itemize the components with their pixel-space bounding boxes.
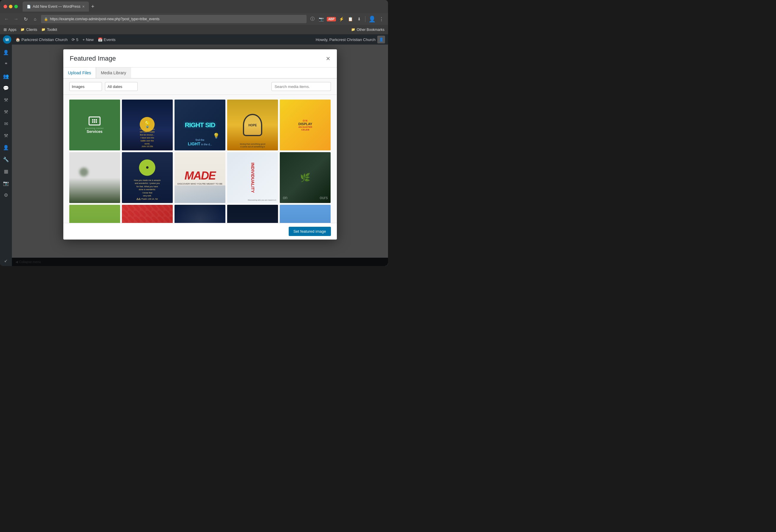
url-text: https://example.com/wp-admin/post-new.ph… (50, 17, 160, 21)
sidebar-item-chat[interactable]: 💬 (1, 83, 11, 93)
sidebar-item-settings[interactable]: ⚙ (1, 190, 11, 200)
other-bookmarks[interactable]: 📁 Other Bookmarks (351, 28, 384, 32)
media-item[interactable]: 🌿 ours on (280, 152, 331, 203)
wp-sidebar: 👤 ❝ 👥 💬 ⚒ ⚒ ✉ ⚒ 👤 🔧 ▦ 📷 ⚙ ↙ (0, 45, 12, 266)
media-library-tab[interactable]: Media Library (96, 67, 131, 78)
plant-element: 🌿 (300, 173, 311, 183)
service-bg-pattern (122, 205, 173, 223)
services-brand: Services (86, 129, 103, 134)
right-side-text: RIGHT SID (185, 121, 215, 129)
house-icon: 🏠 (15, 37, 20, 42)
events-label: Events (104, 37, 116, 42)
upload-files-tab[interactable]: Upload Files (63, 67, 96, 78)
new-label: + New (83, 37, 93, 42)
forward-button[interactable]: → (12, 16, 20, 22)
sidebar-item-user[interactable]: 👤 (1, 142, 11, 153)
modal-body: planning center Services 💡 In this world… (63, 95, 337, 223)
modal-footer: Set featured image (63, 223, 337, 240)
download-icon[interactable]: ⬇ (356, 17, 363, 21)
services-icon (88, 116, 101, 125)
media-item[interactable]: INDIVIDUALITY Discovering who you are me… (227, 152, 278, 203)
close-button[interactable] (4, 5, 7, 8)
wp-admin-bar: W 🏠 Parkcrest Christian Church ⟳ 5 + New… (0, 34, 388, 45)
modal-close-button[interactable]: × (326, 55, 330, 62)
minimize-button[interactable] (9, 5, 12, 8)
home-button[interactable]: ⌂ (31, 17, 39, 21)
media-item[interactable]: HOPE lieving that something goodn come o… (227, 99, 278, 151)
media-item[interactable]: RIGHT SID find theLIGHT in the d... 💡 (175, 99, 225, 151)
wp-logo[interactable]: W (3, 35, 11, 44)
sidebar-item-mail[interactable]: ✉ (1, 118, 11, 129)
sidebar-item-tools2[interactable]: ⚒ (1, 106, 11, 117)
note-icon[interactable]: 📋 (347, 17, 354, 21)
wp-site-name[interactable]: 🏠 Parkcrest Christian Church (15, 37, 67, 42)
sidebar-item-grid[interactable]: ▦ (1, 166, 11, 177)
modal-overlay: Featured Image × Upload Files Media Libr… (12, 45, 388, 266)
media-item[interactable]: 💡 In this world youwill have troubleBut … (122, 99, 173, 151)
back-button[interactable]: ← (3, 16, 10, 22)
right-side-sub: find theLIGHT in the d... (188, 139, 212, 146)
clients-bookmark[interactable]: 📁 Clients (20, 28, 37, 32)
made-subtitle: DISCOVER WHO YOU'RE MEANT TO BE (178, 183, 223, 186)
media-item[interactable]: Jesus sat down and called for thetwelve … (227, 205, 278, 223)
browser-tab[interactable]: 📄 Add New Event — WordPress × (23, 1, 89, 12)
easter-text: ON DISPLAY AN EASTERCELEB (299, 119, 313, 131)
browser-window: 📄 Add New Event — WordPress × + ← → ↻ ⌂ … (0, 0, 388, 266)
address-bar[interactable]: 🔒 https://example.com/wp-admin/post-new.… (41, 15, 307, 23)
toolkit-label: Toolkit (47, 28, 57, 32)
wp-events[interactable]: 📅 Events (98, 37, 116, 42)
media-item[interactable]: How you made me is amazinand wonderful. … (122, 152, 173, 203)
events-icon: 📅 (98, 37, 103, 42)
sidebar-item-wrench[interactable]: 🔧 (1, 154, 11, 165)
sidebar-item-collapse[interactable]: ↙ (1, 255, 11, 266)
wp-avatar[interactable]: 👤 (377, 36, 385, 43)
modal-tabs-row: Upload Files Media Library (63, 67, 337, 78)
clients-label: Clients (26, 28, 37, 32)
new-tab-button[interactable]: + (91, 4, 94, 10)
date-filter[interactable]: All dates (105, 82, 138, 91)
wp-new[interactable]: + New (83, 37, 93, 42)
lock-icon: 🔒 (44, 17, 48, 21)
abp-badge[interactable]: ABP (327, 17, 336, 21)
other-label: Other Bookmarks (357, 28, 384, 32)
media-search-input[interactable] (271, 82, 331, 91)
modal-header: Featured Image × (63, 49, 337, 67)
sidebar-item-tools1[interactable]: ⚒ (1, 94, 11, 105)
tab-title: Add New Event — WordPress (33, 4, 80, 9)
sidebar-item-team[interactable]: 👥 (1, 71, 11, 81)
toolkit-bookmark[interactable]: 📁 Toolkit (41, 28, 57, 32)
media-item[interactable]: Always OPEN (175, 205, 225, 223)
media-item[interactable] (69, 152, 120, 203)
set-featured-image-button[interactable]: Set featured image (289, 227, 331, 236)
profile-icon[interactable]: 👤 (368, 15, 376, 23)
media-type-filter[interactable]: Images (69, 82, 102, 91)
lightning-icon[interactable]: ⚡ (338, 17, 345, 21)
sidebar-item-camera[interactable]: 📷 (1, 178, 11, 189)
browser-toolbar: ← → ↻ ⌂ 🔒 https://example.com/wp-admin/p… (0, 13, 388, 25)
media-item[interactable]: planning center Services (69, 99, 120, 151)
site-name-text: Parkcrest Christian Church (21, 37, 67, 42)
tab-close-icon[interactable]: × (82, 4, 85, 9)
tab-favicon: 📄 (27, 5, 31, 9)
sidebar-item-quotes[interactable]: ❝ (1, 59, 11, 69)
toolkit-folder-icon: 📁 (41, 28, 45, 31)
modal-toolbar: Images All dates (63, 78, 337, 95)
media-item[interactable]: 🔥 (280, 205, 331, 223)
wp-content: Featured Image × Upload Files Media Libr… (12, 45, 388, 266)
camera-icon[interactable]: 📷 (318, 17, 325, 21)
sidebar-item-person[interactable]: 👤 (1, 47, 11, 58)
info-icon[interactable]: ⓘ (309, 16, 316, 22)
media-item[interactable]: MADE DISCOVER WHO YOU'RE MEANT TO BE (175, 152, 225, 203)
media-item[interactable]: Service ☕ LEADING A GOOD TH... (122, 205, 173, 223)
menu-icon[interactable]: ⋮ (378, 16, 385, 22)
apps-bookmark[interactable]: ⊞ Apps (4, 27, 16, 32)
wp-main: 👤 ❝ 👥 💬 ⚒ ⚒ ✉ ⚒ 👤 🔧 ▦ 📷 ⚙ ↙ Fea (0, 45, 388, 266)
media-item[interactable]: 🌮 (69, 205, 120, 223)
sidebar-item-tools3[interactable]: ⚒ (1, 130, 11, 141)
wp-updates[interactable]: ⟳ 5 (72, 37, 78, 42)
media-item[interactable]: ON DISPLAY AN EASTERCELEB (280, 99, 331, 151)
made-city-bg (175, 186, 225, 203)
refresh-button[interactable]: ↻ (22, 16, 29, 22)
stars-bg (175, 205, 225, 223)
maximize-button[interactable] (14, 5, 18, 8)
